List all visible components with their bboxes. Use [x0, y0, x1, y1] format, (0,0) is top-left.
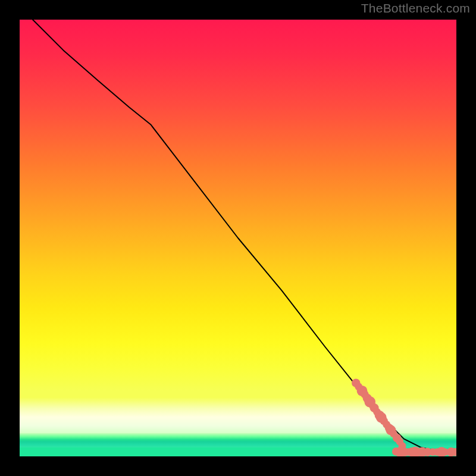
watermark-text: TheBottleneck.com — [361, 1, 470, 15]
scatter-markers — [352, 379, 456, 457]
chart-overlay — [20, 20, 456, 456]
curve-line — [33, 20, 456, 452]
chart-frame: TheBottleneck.com — [0, 0, 476, 476]
chart-panel — [20, 20, 456, 456]
